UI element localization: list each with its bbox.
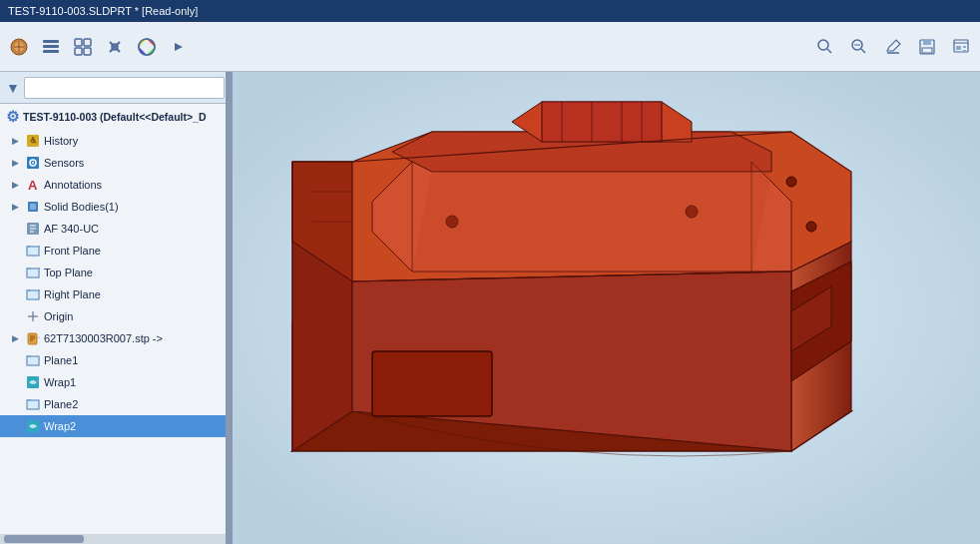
filter-icon[interactable]: ▼	[6, 80, 20, 96]
edit-button[interactable]	[878, 32, 908, 62]
tree-item-sensors[interactable]: ▶ Sensors	[0, 152, 231, 174]
svg-rect-4	[43, 40, 59, 43]
svg-text:→: →	[36, 334, 40, 340]
af340-label: AF 340-UC	[44, 223, 231, 235]
search2-button[interactable]	[844, 32, 874, 62]
svg-point-37	[32, 162, 34, 164]
history-label: History	[44, 135, 231, 147]
history-icon	[25, 133, 41, 149]
search-button[interactable]	[810, 32, 840, 62]
svg-point-17	[818, 40, 828, 50]
import-ref-icon: →	[25, 330, 41, 346]
svg-rect-9	[75, 48, 82, 55]
right-plane-icon	[25, 286, 41, 302]
svg-rect-6	[43, 50, 59, 53]
feature-tree-panel: ▼ ⚙ TEST-9110-003 (Default<<Default>_D ▶	[0, 72, 233, 544]
sensors-icon	[25, 155, 41, 171]
svg-line-53	[39, 289, 40, 290]
title-text: TEST-9110-003.SLDPRT * [Read-only]	[8, 5, 198, 17]
plane1-icon	[25, 352, 41, 368]
tree-item-front-plane[interactable]: ▶ Front Plane	[0, 240, 231, 262]
viewport-panel	[233, 72, 980, 544]
svg-rect-8	[84, 39, 91, 46]
expand-arrow-history: ▶	[12, 136, 22, 146]
tree-item-wrap1[interactable]: ▶ Wrap1	[0, 371, 231, 393]
part-icon: ⚙	[6, 108, 19, 126]
svg-text:A: A	[28, 178, 38, 192]
horizontal-scrollbar[interactable]	[0, 534, 231, 544]
tree-item-right-plane[interactable]: ▶ Right Plane	[0, 283, 231, 305]
tree-item-solid-bodies[interactable]: ▶ Solid Bodies(1)	[0, 196, 231, 218]
svg-marker-16	[175, 43, 183, 51]
right-toolbar	[810, 32, 976, 62]
svg-rect-51	[27, 290, 39, 299]
tree-item-plane2[interactable]: ▶ Plane2	[0, 393, 231, 415]
import-ref-label: 62T7130003R007.stp ->	[44, 332, 231, 344]
tree-filter-bar: ▼	[0, 72, 231, 104]
sensors-label: Sensors	[44, 157, 231, 169]
svg-rect-65	[27, 400, 39, 409]
home-button[interactable]	[4, 32, 34, 62]
solid-bodies-label: Solid Bodies(1)	[44, 201, 231, 213]
svg-rect-29	[963, 46, 966, 48]
svg-rect-96	[372, 351, 492, 416]
svg-rect-48	[27, 269, 39, 277]
wrap2-icon	[25, 418, 41, 434]
svg-rect-45	[27, 247, 39, 256]
svg-point-15	[139, 39, 155, 55]
more-button[interactable]	[164, 32, 194, 62]
tree-search-input[interactable]	[24, 77, 225, 99]
expand-arrow-annotations: ▶	[12, 180, 22, 190]
svg-rect-25	[922, 48, 932, 53]
origin-icon	[25, 308, 41, 324]
svg-rect-62	[27, 356, 39, 365]
tree-item-plane1[interactable]: ▶ Plane1	[0, 349, 231, 371]
svg-line-18	[827, 49, 831, 53]
svg-point-56	[32, 315, 35, 318]
svg-rect-24	[923, 40, 931, 45]
wrap1-icon	[25, 374, 41, 390]
tree-root-item[interactable]: ⚙ TEST-9110-003 (Default<<Default>_D	[0, 104, 231, 130]
expand-arrow-sensors: ▶	[12, 158, 22, 168]
plane2-icon	[25, 396, 41, 412]
front-plane-icon	[25, 243, 41, 259]
svg-rect-10	[84, 48, 91, 55]
tree-view-button[interactable]	[36, 32, 66, 62]
svg-marker-102	[542, 102, 662, 142]
feature-tree-button[interactable]	[68, 32, 98, 62]
wrap2-label: Wrap2	[44, 420, 231, 432]
3d-viewport[interactable]	[233, 72, 980, 544]
config-button[interactable]	[100, 32, 130, 62]
tree-item-af340uc[interactable]: ▶ AF 340-UC	[0, 218, 231, 240]
tree-items-container: ▶ History ▶	[0, 130, 231, 534]
expand-arrow-solid-bodies: ▶	[12, 202, 22, 212]
save-button[interactable]	[912, 32, 942, 62]
tree-item-import-ref[interactable]: ▶ → 62T7130003R007.stp ->	[0, 327, 231, 349]
panel-resize-handle[interactable]	[226, 72, 231, 544]
svg-point-100	[806, 222, 816, 232]
svg-rect-40	[30, 204, 36, 210]
svg-line-50	[39, 268, 40, 269]
3d-model-svg	[233, 72, 980, 544]
appearance-button[interactable]	[132, 32, 162, 62]
tree-item-origin[interactable]: ▶ Origin	[0, 305, 231, 327]
export-button[interactable]	[946, 32, 976, 62]
svg-rect-30	[963, 50, 966, 51]
root-item-label: TEST-9110-003 (Default<<Default>_D	[23, 111, 207, 123]
top-plane-icon	[25, 265, 41, 280]
tree-item-top-plane[interactable]: ▶ Top Plane	[0, 262, 231, 283]
h-scroll-thumb[interactable]	[4, 535, 84, 543]
af340-icon	[25, 221, 41, 237]
main-toolbar	[0, 22, 980, 72]
front-plane-label: Front Plane	[44, 245, 231, 257]
annotations-label: Annotations	[44, 179, 231, 191]
tree-item-wrap2[interactable]: ▶ Wrap2	[0, 415, 231, 437]
svg-point-101	[786, 177, 796, 187]
tree-item-history[interactable]: ▶ History	[0, 130, 231, 152]
main-layout: ▼ ⚙ TEST-9110-003 (Default<<Default>_D ▶	[0, 72, 980, 544]
svg-marker-114	[412, 172, 771, 272]
solid-bodies-icon	[25, 199, 41, 215]
tree-item-annotations[interactable]: ▶ A Annotations	[0, 174, 231, 196]
plane1-label: Plane1	[44, 354, 231, 366]
origin-label: Origin	[44, 310, 231, 322]
